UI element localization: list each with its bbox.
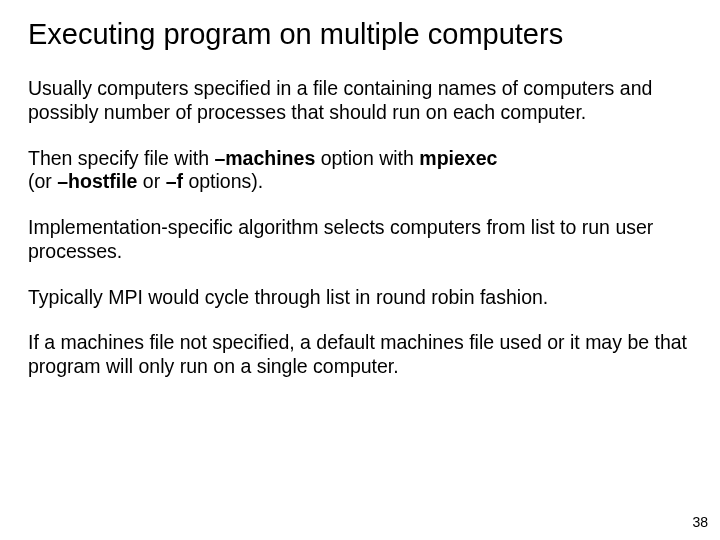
- slide-title: Executing program on multiple computers: [28, 18, 692, 51]
- p2-opt-machines: –machines: [214, 147, 315, 169]
- p2-opt-mpiexec: mpiexec: [419, 147, 497, 169]
- paragraph-1: Usually computers specified in a file co…: [28, 77, 692, 125]
- p2-text-1: Then specify file with: [28, 147, 214, 169]
- paragraph-2: Then specify file with –machines option …: [28, 147, 692, 195]
- paragraph-4: Typically MPI would cycle through list i…: [28, 286, 692, 310]
- paragraph-3: Implementation-specific algorithm select…: [28, 216, 692, 264]
- paragraph-5: If a machines file not specified, a defa…: [28, 331, 692, 379]
- page-number: 38: [692, 514, 708, 530]
- p2-text-5: options).: [183, 170, 263, 192]
- p2-opt-f: –f: [166, 170, 183, 192]
- p2-text-2: option with: [315, 147, 419, 169]
- p2-opt-hostfile: –hostfile: [57, 170, 137, 192]
- p2-text-4: or: [137, 170, 165, 192]
- p2-text-3: (or: [28, 170, 57, 192]
